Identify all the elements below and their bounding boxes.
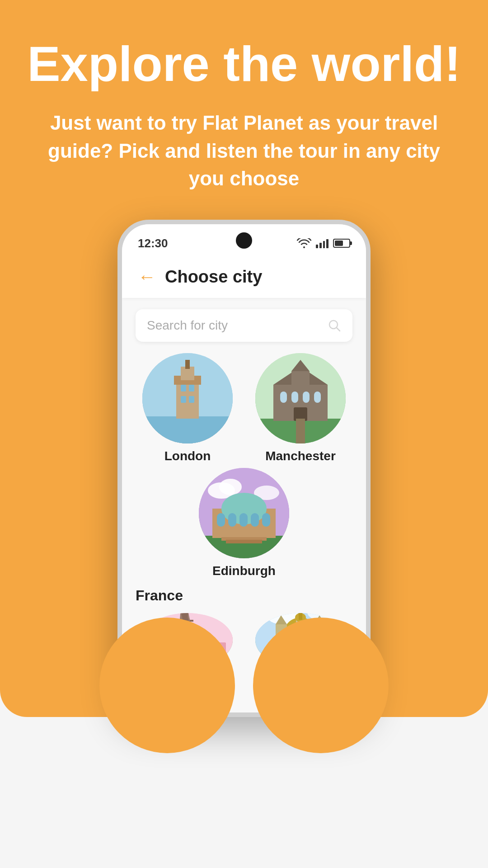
city-circle-edinburgh (199, 468, 289, 558)
svg-rect-36 (262, 513, 270, 527)
hero-section: Explore the world! Just want to try Flat… (0, 0, 488, 717)
svg-rect-7 (185, 360, 190, 369)
svg-rect-35 (251, 513, 259, 527)
phone-mockup: 12:30 (117, 220, 371, 717)
svg-rect-20 (291, 392, 298, 403)
svg-rect-22 (314, 392, 321, 403)
svg-rect-34 (239, 513, 248, 527)
side-button (369, 315, 371, 342)
city-name-manchester: Manchester (265, 449, 336, 463)
wifi-icon (297, 238, 311, 248)
city-row-london-manchester: London (136, 353, 352, 463)
search-bar[interactable]: Search for city (136, 309, 352, 342)
svg-rect-38 (226, 540, 262, 543)
city-circle-london (142, 353, 233, 443)
phone-side-buttons (369, 315, 371, 342)
svg-rect-32 (217, 513, 225, 527)
city-name-edinburgh: Edinburgh (212, 564, 276, 578)
hero-subtitle: Just want to try Flat Planet as your tra… (41, 109, 447, 193)
svg-rect-19 (280, 392, 287, 403)
france-section-label: France (136, 587, 352, 604)
svg-rect-33 (228, 513, 236, 527)
svg-rect-4 (176, 380, 199, 421)
svg-line-1 (337, 328, 340, 331)
city-item-edinburgh[interactable]: Edinburgh (136, 468, 352, 578)
hero-title: Explore the world! (27, 36, 461, 91)
svg-rect-8 (181, 385, 186, 392)
battery-icon (333, 239, 350, 248)
battery-fill (335, 241, 343, 246)
orange-blob-right (253, 618, 389, 753)
orange-blob-left (99, 618, 235, 753)
back-arrow-icon[interactable]: ← (138, 268, 156, 286)
signal-icon (316, 238, 328, 248)
svg-rect-9 (189, 385, 194, 392)
svg-rect-21 (303, 392, 310, 403)
status-icons (297, 238, 350, 248)
city-name-london: London (164, 449, 211, 463)
svg-rect-10 (181, 396, 186, 403)
city-circle-manchester (255, 353, 346, 443)
svg-rect-24 (296, 419, 305, 443)
page-wrapper: Explore the world! Just want to try Flat… (0, 0, 488, 868)
search-placeholder: Search for city (147, 318, 328, 333)
svg-rect-17 (291, 371, 310, 389)
phone-camera (236, 232, 252, 249)
svg-point-27 (219, 479, 242, 495)
app-header: ← Choose city (122, 256, 366, 298)
search-icon (328, 319, 341, 332)
city-item-london[interactable]: London (136, 353, 239, 463)
city-item-manchester[interactable]: Manchester (249, 353, 352, 463)
status-bar: 12:30 (122, 224, 366, 256)
status-time: 12:30 (138, 236, 168, 250)
svg-rect-12 (142, 419, 233, 443)
svg-rect-11 (189, 396, 194, 403)
screen-title: Choose city (165, 267, 262, 287)
svg-rect-58 (299, 613, 302, 620)
